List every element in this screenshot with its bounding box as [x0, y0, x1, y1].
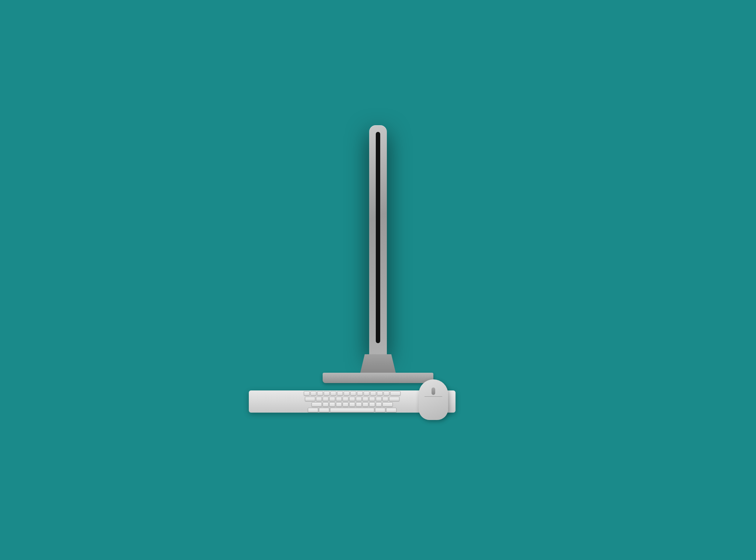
key [357, 391, 363, 396]
key [343, 402, 348, 407]
key [364, 391, 370, 396]
key [344, 391, 350, 396]
key [317, 391, 323, 396]
key [356, 402, 362, 407]
keyboard-row-1 [304, 391, 401, 396]
key-ctrl-r [386, 408, 396, 412]
monitor-screen-border: 🖼 Heic to Jpg Converter ─ □ ✕ File View [376, 132, 380, 343]
keyboard-row-4 [308, 408, 396, 412]
monitor: 🖼 Heic to Jpg Converter ─ □ ✕ File View [193, 125, 563, 435]
key [362, 402, 368, 407]
key [376, 402, 382, 407]
key [323, 397, 329, 401]
key [369, 402, 375, 407]
key-alt-r [375, 408, 385, 412]
key [304, 391, 310, 396]
key [362, 397, 368, 401]
key [376, 397, 382, 401]
key [310, 391, 316, 396]
key-enter [389, 397, 399, 401]
key [384, 391, 389, 396]
monitor-bezel: 🖼 Heic to Jpg Converter ─ □ ✕ File View [369, 125, 387, 354]
key [316, 397, 322, 401]
key [336, 397, 342, 401]
key [337, 391, 343, 396]
key [330, 391, 336, 396]
key [349, 397, 355, 401]
key [370, 391, 376, 396]
key-alt [319, 408, 329, 412]
key [323, 402, 329, 407]
key [329, 402, 335, 407]
key [349, 402, 355, 407]
key [329, 397, 335, 401]
key [356, 397, 362, 401]
key [343, 397, 348, 401]
key [382, 397, 388, 401]
key-tab [305, 397, 315, 401]
keyboard-row-2 [305, 397, 399, 401]
key-space [330, 408, 374, 412]
key-shift [312, 402, 322, 407]
key [336, 402, 342, 407]
key-backspace [390, 391, 401, 396]
mouse [419, 379, 448, 420]
key [324, 391, 330, 396]
key [377, 391, 383, 396]
peripherals-area [193, 383, 563, 435]
keyboard-row-3 [312, 402, 393, 407]
mouse-scroll-wheel [432, 387, 435, 395]
mouse-divider [425, 396, 442, 397]
monitor-stand-neck [356, 354, 400, 373]
key [369, 397, 375, 401]
key [350, 391, 356, 396]
monitor-stand-base [323, 373, 433, 383]
key-ctrl [308, 408, 318, 412]
key-shift-r [382, 402, 393, 407]
